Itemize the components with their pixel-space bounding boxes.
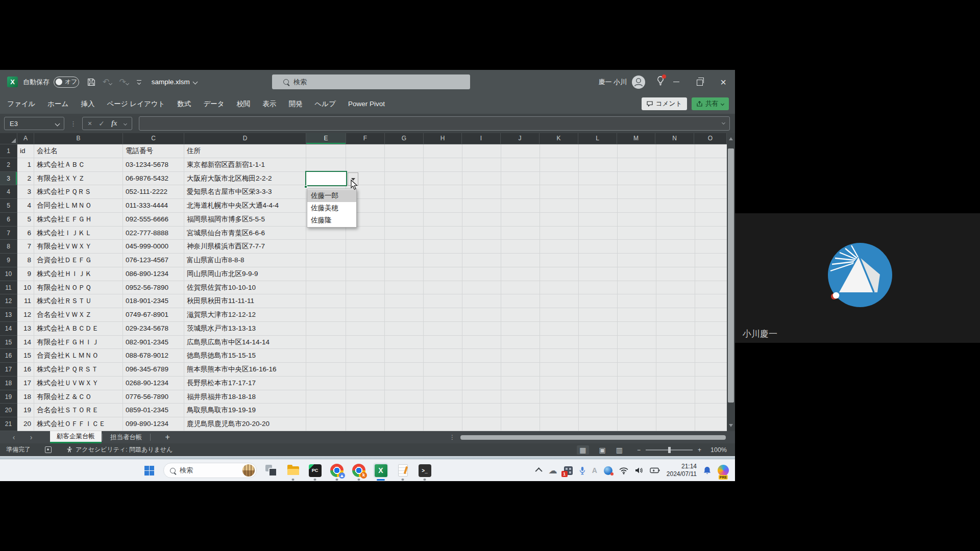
cell-col-b[interactable]: 有限会社ＸＹＺ [34, 172, 123, 186]
empty-cells-filler[interactable] [346, 227, 727, 240]
cell-col-c[interactable]: 0776-56-7890 [123, 390, 184, 404]
empty-cells-filler[interactable] [346, 199, 727, 213]
cell-col-d[interactable]: 長野県松本市17-17-17 [184, 377, 306, 390]
cell-col-c[interactable]: 096-345-6789 [123, 363, 184, 377]
next-sheet-button[interactable]: › [28, 433, 35, 441]
vertical-scrollbar[interactable] [727, 133, 735, 431]
cell-col-e[interactable] [306, 308, 346, 322]
copilot-icon[interactable]: PRE [718, 465, 729, 476]
row-header[interactable]: 16 [0, 349, 17, 363]
comments-button[interactable]: コメント [642, 97, 687, 110]
page-layout-view-button[interactable]: ▣ [599, 446, 606, 454]
empty-cells-filler[interactable] [346, 336, 727, 349]
cell-col-d[interactable]: 広島県広島市中区14-14-14 [184, 336, 306, 349]
cell-col-c[interactable]: 011-333-4444 [123, 199, 184, 213]
cell-col-e[interactable] [306, 294, 346, 308]
tab-power-pivot[interactable]: Power Pivot [342, 100, 391, 108]
empty-cells-filler[interactable] [346, 322, 727, 336]
cell-col-c[interactable]: 022-777-8888 [123, 227, 184, 240]
cell-col-c[interactable]: 0859-01-2345 [123, 404, 184, 417]
column-header[interactable]: E [306, 133, 346, 144]
cell-col-a[interactable]: 10 [17, 281, 34, 295]
chrome-profile2-button[interactable]: k [351, 463, 366, 478]
cell-col-c[interactable]: 088-678-9012 [123, 349, 184, 363]
notepad-button[interactable] [395, 463, 410, 478]
cell-col-b[interactable]: 合同会社ＬＭＮＯ [34, 199, 123, 213]
row-header[interactable]: 7 [0, 227, 17, 240]
cell-col-d[interactable]: 富山県富山市8-8-8 [184, 254, 306, 267]
cell-col-a[interactable]: 18 [17, 390, 34, 404]
row-header[interactable]: 10 [0, 267, 17, 281]
column-header[interactable]: B [34, 133, 123, 144]
cell-col-d[interactable]: 鳥取県鳥取市19-19-19 [184, 404, 306, 417]
close-button[interactable]: × [712, 70, 735, 94]
row-header[interactable]: 13 [0, 308, 17, 322]
empty-cells-filler[interactable] [346, 254, 727, 267]
cell-col-c[interactable]: 086-890-1234 [123, 267, 184, 281]
customize-toolbar-button[interactable] [137, 80, 141, 84]
cell-col-d[interactable]: 徳島県徳島市15-15-15 [184, 349, 306, 363]
zoom-in-button[interactable]: + [698, 446, 701, 454]
empty-cells-filler[interactable] [346, 158, 727, 172]
row-header[interactable]: 21 [0, 417, 17, 431]
zoom-slider-thumb[interactable] [668, 447, 671, 453]
tab-formulas[interactable]: 数式 [171, 99, 197, 109]
scrollbar-resize-handle[interactable]: ⋮ [449, 434, 455, 441]
empty-cells-filler[interactable] [346, 308, 727, 322]
save-button[interactable] [87, 78, 95, 86]
cell-col-d[interactable]: 北海道札幌市中央区大通4-4-4 [184, 199, 306, 213]
cell-col-d[interactable]: 大阪府大阪市北区梅田2-2-2 [184, 172, 306, 186]
column-header[interactable]: I [462, 133, 501, 144]
empty-cells-filler[interactable] [346, 240, 727, 254]
column-header[interactable]: O [694, 133, 727, 144]
battery-icon[interactable] [650, 467, 660, 473]
cell-col-b[interactable]: 会社名 [34, 144, 123, 158]
cell-col-a[interactable]: 3 [17, 185, 34, 199]
file-explorer-button[interactable] [285, 463, 301, 478]
cell-col-e[interactable] [306, 336, 346, 349]
cell-col-c[interactable]: 0749-67-8901 [123, 308, 184, 322]
row-header[interactable]: 11 [0, 281, 17, 295]
cell-col-a[interactable]: 9 [17, 267, 34, 281]
cell-col-b[interactable]: 株式会社ＡＢＣＤＥ [34, 322, 123, 336]
cell-col-e[interactable] [306, 144, 346, 158]
cell-col-b[interactable]: 株式会社ＵＶＷＸＹ [34, 377, 123, 390]
cell-col-a[interactable]: 5 [17, 213, 34, 227]
ime-language-icon[interactable]: A [592, 466, 597, 474]
row-header[interactable]: 20 [0, 404, 17, 417]
tab-insert[interactable]: 挿入 [75, 99, 101, 109]
dropdown-option[interactable]: 佐藤隆 [307, 214, 356, 227]
column-header[interactable]: G [385, 133, 424, 144]
cell-col-c[interactable]: 06-9876-5432 [123, 172, 184, 186]
terminal-button[interactable]: >_ [417, 463, 432, 478]
tab-developer[interactable]: 開発 [283, 99, 309, 109]
share-button[interactable]: 共有 [692, 97, 729, 110]
clock[interactable]: 21:14 2024/07/11 [667, 463, 697, 478]
cell-col-a[interactable]: 14 [17, 336, 34, 349]
column-header[interactable]: D [184, 133, 306, 144]
cell-col-c[interactable]: 076-123-4567 [123, 254, 184, 267]
normal-view-button[interactable]: ▦ [577, 445, 589, 455]
horizontal-scrollbar-thumb[interactable] [460, 435, 726, 440]
row-header[interactable]: 14 [0, 322, 17, 336]
row-header[interactable]: 1 [0, 144, 17, 158]
dropdown-option[interactable]: 佐藤美穂 [307, 202, 356, 214]
empty-cells-filler[interactable] [346, 294, 727, 308]
notification-bell-icon[interactable] [703, 466, 711, 474]
cell-col-a[interactable]: 20 [17, 417, 34, 431]
tab-help[interactable]: ヘルプ [309, 99, 342, 109]
zoom-slider[interactable] [646, 449, 693, 450]
cell-col-b[interactable]: 合名会社ＶＷＸＺ [34, 308, 123, 322]
cell-col-c[interactable]: 052-111-2222 [123, 185, 184, 199]
whats-new-button[interactable] [656, 76, 665, 88]
empty-cells-filler[interactable] [346, 185, 727, 199]
row-header[interactable]: 3 [0, 172, 17, 186]
tab-home[interactable]: ホーム [41, 99, 75, 109]
column-header[interactable]: J [501, 133, 540, 144]
cell-col-b[interactable]: 合名会社ＳＴＯＲＥ [34, 404, 123, 417]
autosave-toggle[interactable]: オフ [54, 77, 79, 88]
cell-col-d[interactable]: 鹿児島県鹿児島市20-20-20 [184, 417, 306, 431]
cell-col-b[interactable]: 株式会社ＰＱＲＳＴ [34, 363, 123, 377]
cell-col-b[interactable]: 株式会社ＨＩＪＫ [34, 267, 123, 281]
cell-col-d[interactable]: 秋田県秋田市11-11-11 [184, 294, 306, 308]
